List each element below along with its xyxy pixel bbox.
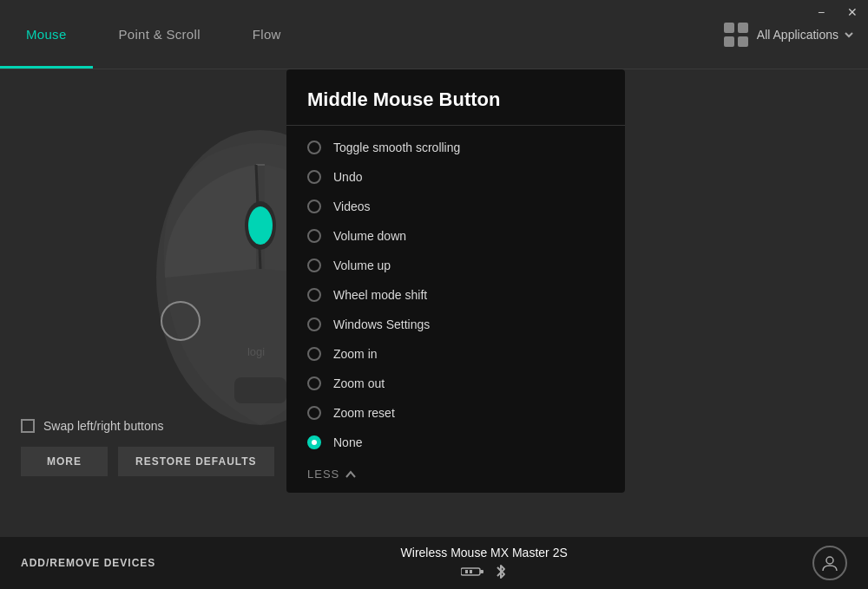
minimize-button[interactable]: − — [806, 0, 837, 24]
device-icons — [461, 563, 508, 580]
option-item-zoom-in[interactable]: Zoom in — [286, 339, 625, 369]
grid-icon[interactable] — [724, 23, 748, 47]
option-label-undo: Undo — [333, 170, 362, 184]
svg-rect-10 — [480, 570, 483, 573]
option-label-zoom-out: Zoom out — [333, 376, 385, 390]
radio-windows-settings — [307, 317, 321, 331]
option-item-volume-up[interactable]: Volume up — [286, 251, 625, 280]
svg-point-5 — [161, 302, 200, 340]
tab-flow[interactable]: Flow — [227, 0, 307, 69]
radio-wheel-mode-shift — [307, 288, 321, 302]
main-content: logi Middle Mouse Button Toggle smooth s… — [0, 69, 868, 537]
option-item-zoom-reset[interactable]: Zoom reset — [286, 398, 625, 428]
more-button[interactable]: MORE — [21, 447, 108, 476]
option-label-toggle-smooth: Toggle smooth scrolling — [333, 141, 460, 154]
chevron-down-icon — [844, 29, 854, 40]
user-icon — [820, 553, 839, 573]
svg-point-13 — [826, 557, 833, 564]
radio-videos — [307, 200, 321, 213]
chevron-up-icon — [345, 468, 357, 481]
title-bar: − ✕ — [806, 0, 868, 24]
overlay-title: Middle Mouse Button — [286, 69, 625, 126]
radio-volume-down — [307, 229, 321, 243]
tab-point-scroll[interactable]: Point & Scroll — [93, 0, 227, 69]
radio-volume-up — [307, 259, 321, 272]
swap-checkbox-row[interactable]: Swap left/right buttons — [21, 419, 274, 433]
option-item-none[interactable]: None — [286, 428, 625, 455]
option-item-volume-down[interactable]: Volume down — [286, 221, 625, 251]
radio-none — [307, 435, 321, 449]
svg-rect-8 — [234, 377, 286, 403]
radio-zoom-reset — [307, 406, 321, 420]
option-label-zoom-in: Zoom in — [333, 347, 378, 361]
swap-checkbox-input[interactable] — [21, 419, 35, 433]
radio-zoom-in — [307, 347, 321, 361]
options-list[interactable]: Toggle smooth scrollingUndoVideosVolume … — [286, 126, 625, 455]
radio-undo — [307, 170, 321, 184]
less-button[interactable]: LESS — [286, 455, 625, 493]
option-item-undo[interactable]: Undo — [286, 162, 625, 192]
action-buttons-row: MORE RESTORE DEFAULTS — [21, 447, 274, 476]
app-selector[interactable]: All Applications — [757, 28, 854, 42]
header: Mouse Point & Scroll Flow All Applicatio… — [0, 0, 868, 69]
footer: ADD/REMOVE DEVICES Wireless Mouse MX Mas… — [0, 537, 868, 589]
radio-toggle-smooth — [307, 141, 321, 154]
option-item-videos[interactable]: Videos — [286, 192, 625, 221]
option-label-volume-up: Volume up — [333, 259, 391, 272]
device-info: Wireless Mouse MX Master 2S — [401, 546, 568, 580]
option-item-toggle-smooth[interactable]: Toggle smooth scrolling — [286, 133, 625, 162]
overlay-panel: Middle Mouse Button Toggle smooth scroll… — [286, 69, 625, 493]
svg-rect-11 — [465, 570, 468, 573]
svg-rect-12 — [470, 570, 472, 573]
option-label-none: None — [333, 435, 362, 449]
header-right: All Applications — [724, 23, 868, 47]
device-name: Wireless Mouse MX Master 2S — [401, 546, 568, 560]
option-item-wheel-mode-shift[interactable]: Wheel mode shift — [286, 280, 625, 310]
tab-mouse[interactable]: Mouse — [0, 0, 93, 69]
option-label-volume-down: Volume down — [333, 229, 406, 243]
option-item-zoom-out[interactable]: Zoom out — [286, 369, 625, 398]
close-button[interactable]: ✕ — [837, 0, 868, 24]
user-account-icon[interactable] — [812, 546, 847, 580]
option-label-wheel-mode-shift: Wheel mode shift — [333, 288, 427, 302]
option-label-videos: Videos — [333, 200, 371, 213]
restore-defaults-button[interactable]: RESTORE DEFAULTS — [118, 447, 274, 476]
svg-point-4 — [248, 206, 273, 245]
bottom-controls: Swap left/right buttons MORE RESTORE DEF… — [21, 419, 274, 476]
bluetooth-icon — [494, 563, 508, 580]
usb-receiver-icon — [461, 565, 485, 579]
add-remove-devices[interactable]: ADD/REMOVE DEVICES — [21, 557, 155, 569]
radio-zoom-out — [307, 376, 321, 390]
option-label-windows-settings: Windows Settings — [333, 317, 430, 331]
option-item-windows-settings[interactable]: Windows Settings — [286, 310, 625, 339]
svg-text:logi: logi — [247, 345, 265, 358]
option-label-zoom-reset: Zoom reset — [333, 406, 395, 420]
